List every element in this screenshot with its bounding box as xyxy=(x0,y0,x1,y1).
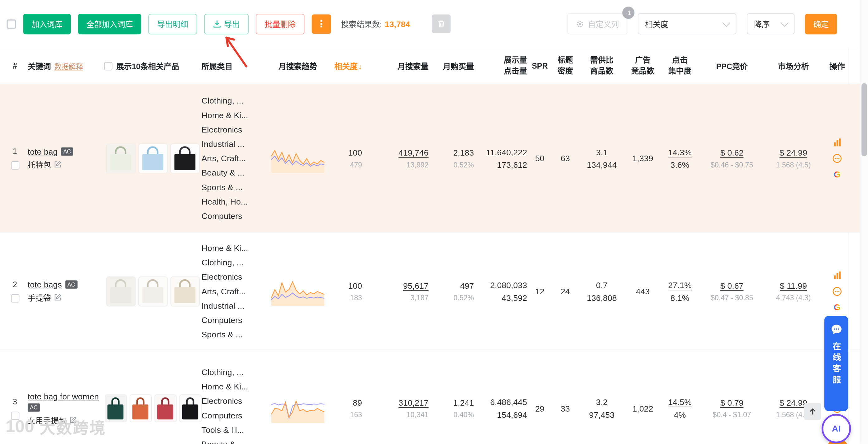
market-price-value[interactable]: $ 11.99 xyxy=(764,279,823,292)
product-image-canvas-tote[interactable] xyxy=(170,276,199,306)
col-header-supply-ratio[interactable]: 需供比 商品数 xyxy=(578,55,626,77)
select-all-checkbox[interactable] xyxy=(6,19,16,28)
monthly-search-cell: 95,617 3,187 xyxy=(362,279,428,303)
product-image-red-floral-bag[interactable] xyxy=(154,394,176,422)
search-result-count: 搜索结果数: 13,784 xyxy=(341,19,410,30)
add-all-to-lexicon-button[interactable]: 全部加入词库 xyxy=(78,14,142,34)
click-concentration-value[interactable]: 14.3% xyxy=(660,145,700,158)
monthly-search-value[interactable]: 310,217 xyxy=(362,396,428,409)
product-images xyxy=(104,276,202,306)
table-header: # 关键词数据解释 展示10条相关产品 所属类目 月搜索趋势 相关度↓ 月搜索量… xyxy=(0,48,868,85)
row-checkbox[interactable] xyxy=(11,411,19,420)
more-detail-icon[interactable] xyxy=(832,153,842,163)
col-header-click-concentration[interactable]: 点击 集中度 xyxy=(660,55,700,77)
ai-label: AI xyxy=(832,424,841,434)
customer-service-panel[interactable]: 在线客服 xyxy=(825,316,848,411)
product-image-green-handbag[interactable] xyxy=(104,394,126,422)
customize-columns-button[interactable]: 自定义列 xyxy=(567,13,627,35)
edit-icon[interactable] xyxy=(54,160,61,168)
product-image-white-tote-color-card[interactable] xyxy=(138,276,167,306)
row-checkbox[interactable] xyxy=(11,294,19,303)
back-to-top-button[interactable] xyxy=(804,403,821,420)
chevron-down-icon xyxy=(722,19,730,27)
monthly-search-sub-value: 3,187 xyxy=(362,292,428,303)
supply-ratio-value: 3.2 xyxy=(578,396,626,409)
more-actions-button[interactable]: ⋮ xyxy=(312,14,331,33)
category-list: Clothing, ...Home & Ki...ElectronicsIndu… xyxy=(202,93,269,223)
row-checkbox[interactable] xyxy=(11,161,19,170)
table-row: 1 tote bag AC 托特包 Clothing, ...Home & Ki… xyxy=(0,84,868,233)
ad-competitors-value: 1,339 xyxy=(626,152,660,165)
customize-columns-badge: -1 xyxy=(622,6,634,19)
confirm-button[interactable]: 确定 xyxy=(805,14,837,34)
product-count-value: 97,453 xyxy=(578,409,626,421)
keyword-cell: tote bags AC 手提袋 xyxy=(23,280,104,303)
ac-badge: AC xyxy=(61,147,73,156)
scrollbar-thumb[interactable] xyxy=(862,83,867,156)
market-chart-icon[interactable] xyxy=(832,137,842,147)
product-images xyxy=(104,143,202,173)
edit-icon[interactable] xyxy=(54,294,61,301)
clicks-value: 154,694 xyxy=(474,409,527,421)
col-header-relevance[interactable]: 相关度↓ xyxy=(327,60,362,72)
monthly-search-value[interactable]: 95,617 xyxy=(362,279,428,292)
product-count-value: 136,808 xyxy=(578,291,626,304)
sort-field-select[interactable]: 相关度 xyxy=(638,13,736,35)
keyword-link[interactable]: tote bag xyxy=(28,147,58,156)
trend-sparkline xyxy=(271,144,324,172)
keyword-cell: tote bag AC 托特包 xyxy=(23,147,104,170)
click-concentration-value[interactable]: 27.1% xyxy=(660,278,700,291)
monthly-search-value[interactable]: 419,746 xyxy=(362,146,428,159)
sort-desc-icon: ↓ xyxy=(358,62,362,71)
col-header-ppc[interactable]: PPC竞价 xyxy=(700,60,764,72)
col-header-ad-competitors[interactable]: 广告 竞品数 xyxy=(626,55,660,77)
edit-icon[interactable] xyxy=(70,416,77,423)
sort-order-select[interactable]: 降序 xyxy=(747,13,795,35)
monthly-purchase-value: 2,183 xyxy=(428,146,474,159)
show-related-products-checkbox[interactable] xyxy=(104,62,113,70)
ai-assistant-button[interactable]: AI xyxy=(822,414,851,443)
add-to-lexicon-button[interactable]: 加入词库 xyxy=(23,14,71,34)
google-trends-icon[interactable]: G xyxy=(832,302,842,312)
product-image-pattern-tote[interactable] xyxy=(129,394,151,422)
market-chart-icon[interactable] xyxy=(832,270,842,280)
category-item: Electronics xyxy=(202,394,242,408)
col-header-monthly-search[interactable]: 月搜索量 xyxy=(362,60,428,72)
export-details-button[interactable]: 导出明细 xyxy=(148,14,197,34)
google-trends-icon[interactable]: G xyxy=(832,169,842,179)
product-image-blue-tote[interactable] xyxy=(138,143,167,173)
ppc-value[interactable]: $ 0.62 xyxy=(700,146,764,159)
product-image-black-canvas-tote[interactable] xyxy=(179,394,201,422)
market-reviews-value: 1,568 (4.5) xyxy=(764,159,823,170)
ppc-range-value: $0.4 - $1.07 xyxy=(700,409,764,420)
relevance-value: 100 xyxy=(327,279,362,292)
ppc-cell: $ 0.67 $0.47 - $0.85 xyxy=(700,279,764,303)
col-header-title-density[interactable]: 标题 密度 xyxy=(552,55,578,77)
data-explanation-link[interactable]: 数据解释 xyxy=(54,63,83,71)
keyword-link[interactable]: tote bags xyxy=(28,280,62,289)
trend-sparkline xyxy=(271,394,324,422)
more-detail-icon[interactable] xyxy=(832,286,842,296)
col-header-impressions[interactable]: 展示量 点击量 xyxy=(474,55,527,77)
product-image-floral-tote[interactable] xyxy=(106,143,135,173)
row-index: 3 xyxy=(13,397,17,406)
spr-cell: 12 xyxy=(527,285,553,297)
market-price-value[interactable]: $ 24.99 xyxy=(764,146,823,159)
col-header-monthly-purchase[interactable]: 月购买量 xyxy=(428,60,474,72)
click-concentration-cell: 27.1% 8.1% xyxy=(660,278,700,304)
product-image-pleated-white-bags[interactable] xyxy=(106,276,135,306)
click-concentration-value[interactable]: 14.5% xyxy=(660,396,700,409)
col-header-keyword: 关键词数据解释 xyxy=(23,60,104,72)
batch-delete-button[interactable]: 批量删除 xyxy=(256,14,304,34)
trend-cell xyxy=(269,144,327,172)
product-image-black-tote[interactable] xyxy=(170,143,199,173)
product-images xyxy=(104,394,202,422)
ppc-value[interactable]: $ 0.67 xyxy=(700,279,764,292)
keyword-link[interactable]: tote bag for women xyxy=(28,391,99,401)
trash-button[interactable] xyxy=(432,14,451,33)
col-header-spr[interactable]: SPR xyxy=(527,61,553,70)
monthly-search-cell: 419,746 13,992 xyxy=(362,146,428,170)
export-button[interactable]: 导出 xyxy=(205,14,249,34)
category-item: Electronics xyxy=(202,122,242,137)
ppc-value[interactable]: $ 0.79 xyxy=(700,396,764,409)
